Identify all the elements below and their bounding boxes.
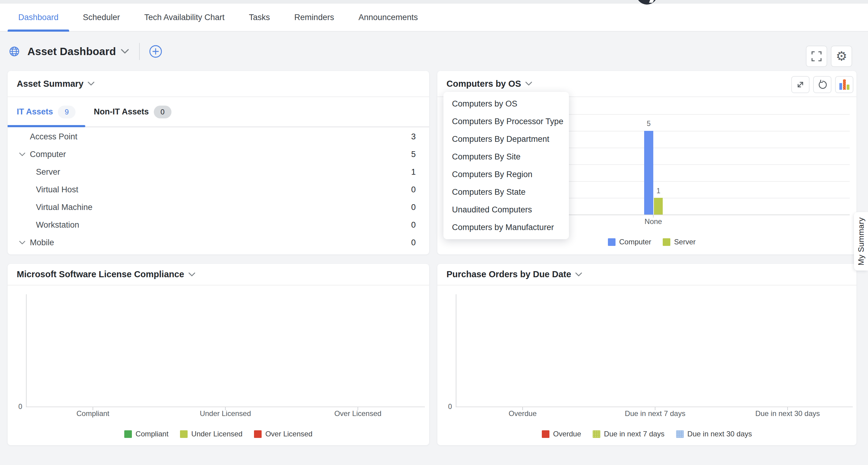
legend-item-due-30-days[interactable]: Due in next 30 days xyxy=(676,430,752,438)
main-nav: Dashboard Scheduler Tech Availability Ch… xyxy=(0,4,868,32)
x-category-label: None xyxy=(630,217,676,226)
legend-swatch xyxy=(663,238,670,246)
purchase-orders-card: Purchase Orders by Due Date 0 Overdue Du… xyxy=(437,264,857,445)
asset-dashboard-page: Dashboard Scheduler Tech Availability Ch… xyxy=(0,0,868,465)
asset-row-virtual-machine[interactable]: Virtual Machine 0 xyxy=(8,198,429,216)
title-divider xyxy=(139,43,140,60)
legend-item-under-licensed[interactable]: Under Licensed xyxy=(180,430,242,438)
chart-legend: Overdue Due in next 7 days Due in next 3… xyxy=(437,430,857,438)
x-axis-line xyxy=(456,406,853,407)
tab-non-it-assets-label: Non-IT Assets xyxy=(94,107,149,117)
x-category-label: Due in next 30 days xyxy=(742,409,833,418)
ms-license-header: Microsoft Software License Compliance xyxy=(8,264,429,286)
menu-item-computers-by-processor-type[interactable]: Computers By Processor Type xyxy=(443,112,569,130)
expand-icon xyxy=(795,79,806,90)
globe-icon xyxy=(9,46,20,57)
asset-row-virtual-host[interactable]: Virtual Host 0 xyxy=(8,181,429,198)
asset-row-count: 0 xyxy=(411,238,416,247)
menu-item-computers-by-os[interactable]: Computers by OS xyxy=(443,95,569,112)
refresh-widget-button[interactable] xyxy=(813,76,832,93)
legend-label: Due in next 30 days xyxy=(687,430,752,438)
it-assets-count-badge: 9 xyxy=(58,106,75,119)
menu-item-computers-by-region[interactable]: Computers By Region xyxy=(443,166,569,183)
chevron-down-icon[interactable] xyxy=(525,81,532,86)
dashboard-switcher-chevron-icon[interactable] xyxy=(121,49,129,54)
legend-swatch xyxy=(676,430,684,438)
asset-row-count: 1 xyxy=(411,167,416,177)
y-axis-line xyxy=(26,294,27,407)
computers-by-os-title[interactable]: Computers by OS xyxy=(446,79,521,89)
legend-item-due-7-days[interactable]: Due in next 7 days xyxy=(593,430,664,438)
chevron-down-icon[interactable] xyxy=(188,272,195,277)
legend-swatch xyxy=(180,430,188,438)
legend-item-computer[interactable]: Computer xyxy=(608,238,651,246)
non-it-assets-count-badge: 0 xyxy=(154,106,172,119)
nav-tab-announcements[interactable]: Announcements xyxy=(348,4,429,31)
legend-item-overdue[interactable]: Overdue xyxy=(542,430,581,438)
x-category-label: Compliant xyxy=(55,409,131,418)
menu-item-computers-by-department[interactable]: Computers By Department xyxy=(443,130,569,148)
asset-row-access-point[interactable]: Access Point 3 xyxy=(8,128,429,145)
x-category-label: Over Licensed xyxy=(312,409,404,418)
gear-icon: ⚙ xyxy=(836,50,847,63)
nav-tab-scheduler[interactable]: Scheduler xyxy=(72,4,131,31)
settings-button[interactable]: ⚙ xyxy=(831,46,852,67)
chart-type-button[interactable] xyxy=(835,76,854,93)
my-summary-tab[interactable]: My Summary xyxy=(854,212,868,270)
asset-row-count: 0 xyxy=(411,203,416,212)
nav-tab-reminders[interactable]: Reminders xyxy=(283,4,345,31)
asset-row-label: Server xyxy=(36,167,60,177)
bar-computer[interactable] xyxy=(644,131,653,214)
expand-widget-button[interactable] xyxy=(791,76,809,93)
purchase-orders-title[interactable]: Purchase Orders by Due Date xyxy=(446,269,571,279)
page-title[interactable]: Asset Dashboard xyxy=(27,45,116,58)
tab-non-it-assets[interactable]: Non-IT Assets 0 xyxy=(94,106,172,119)
menu-item-computers-by-state[interactable]: Computers By State xyxy=(443,183,569,201)
asset-row-count: 3 xyxy=(411,132,416,141)
ms-license-card: Microsoft Software License Compliance 0 … xyxy=(8,264,429,445)
x-category-label: Under Licensed xyxy=(180,409,271,418)
active-tab-underline xyxy=(8,125,85,127)
asset-row-workstation[interactable]: Workstation 0 xyxy=(8,216,429,234)
legend-label: Computer xyxy=(619,238,651,246)
ms-license-title[interactable]: Microsoft Software License Compliance xyxy=(17,269,184,279)
legend-item-compliant[interactable]: Compliant xyxy=(124,430,168,438)
chevron-down-icon[interactable] xyxy=(88,81,94,86)
tab-it-assets[interactable]: IT Assets 9 xyxy=(17,106,75,119)
asset-summary-header: Asset Summary xyxy=(8,71,429,97)
collapse-chevron-icon[interactable] xyxy=(19,153,25,157)
nav-tab-dashboard[interactable]: Dashboard xyxy=(8,4,69,31)
fullscreen-button[interactable] xyxy=(806,46,827,67)
nav-tab-tasks[interactable]: Tasks xyxy=(238,4,280,31)
asset-row-label: Mobile xyxy=(30,238,54,247)
menu-item-computers-by-manufacturer[interactable]: Computers by Manufacturer xyxy=(443,219,569,236)
fullscreen-icon xyxy=(811,51,822,62)
chart-legend: Compliant Under Licensed Over Licensed xyxy=(8,430,429,438)
chevron-down-icon[interactable] xyxy=(575,272,582,277)
add-dashboard-button[interactable] xyxy=(149,45,162,58)
legend-label: Overdue xyxy=(553,430,581,438)
legend-swatch xyxy=(254,430,261,438)
asset-summary-tabs: IT Assets 9 Non-IT Assets 0 xyxy=(8,97,429,127)
bar-chart-icon xyxy=(839,79,849,90)
bar-server[interactable] xyxy=(654,198,663,214)
asset-row-label: Access Point xyxy=(30,132,78,141)
y-axis-tick-label: 0 xyxy=(440,403,452,411)
asset-row-label: Workstation xyxy=(36,220,79,230)
asset-row-label: Virtual Machine xyxy=(36,203,93,212)
collapse-chevron-icon[interactable] xyxy=(19,241,25,245)
asset-row-count: 0 xyxy=(411,220,416,230)
menu-item-computers-by-site[interactable]: Computers By Site xyxy=(443,148,569,166)
legend-item-server[interactable]: Server xyxy=(663,238,695,246)
legend-item-over-licensed[interactable]: Over Licensed xyxy=(254,430,312,438)
asset-summary-title[interactable]: Asset Summary xyxy=(17,79,84,89)
asset-type-list: Access Point 3 Computer 5 Server 1 Virtu… xyxy=(8,127,429,252)
nav-tab-tech-availability-chart[interactable]: Tech Availability Chart xyxy=(134,4,236,31)
asset-row-server[interactable]: Server 1 xyxy=(8,163,429,181)
title-bar-actions: ⚙ xyxy=(806,46,852,67)
asset-row-mobile[interactable]: Mobile 0 xyxy=(8,234,429,252)
asset-row-label: Computer xyxy=(30,150,66,159)
menu-item-unaudited-computers[interactable]: Unaudited Computers xyxy=(443,201,569,219)
legend-label: Due in next 7 days xyxy=(604,430,664,438)
asset-row-computer[interactable]: Computer 5 xyxy=(8,145,429,163)
